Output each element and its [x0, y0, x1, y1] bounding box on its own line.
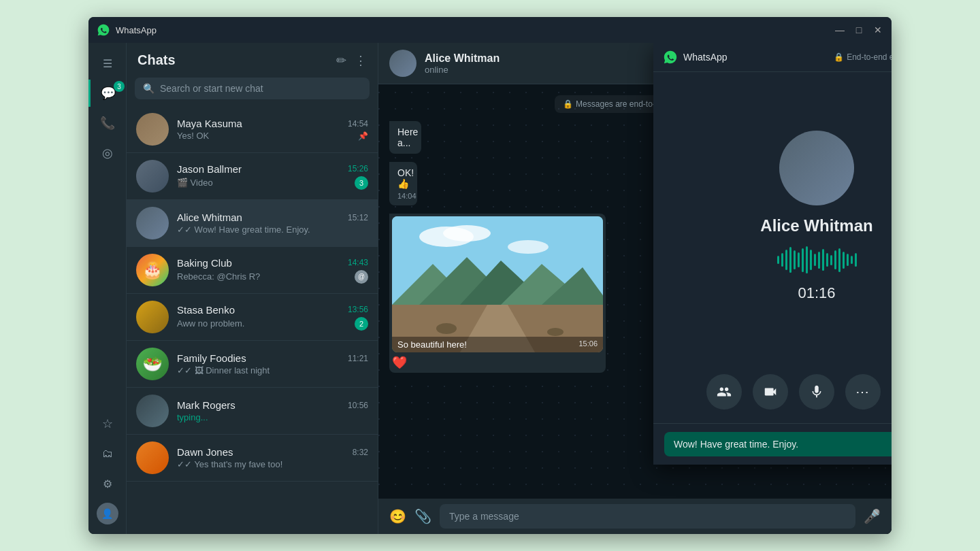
call-popup-logo	[663, 50, 678, 65]
lock-icon: 🔒	[563, 99, 573, 109]
svg-point-12	[547, 328, 564, 336]
app-logo	[97, 23, 110, 37]
list-item[interactable]: Jason Ballmer 15:26 🎬 Video 3	[127, 153, 378, 200]
list-item[interactable]: 🥗 Family Foodies 11:21 ✓✓ 🖼 Dinner last …	[127, 341, 378, 388]
message-reaction: ❤️	[392, 355, 603, 370]
search-bar: 🔍	[127, 73, 378, 106]
chat-list-title: Chats	[137, 52, 176, 68]
chat-preview: typing...	[177, 412, 208, 422]
search-input[interactable]	[160, 83, 361, 94]
message-input[interactable]	[440, 504, 855, 529]
attach-icon[interactable]: 📎	[414, 508, 431, 524]
sidebar-item-starred[interactable]: ☆	[94, 410, 121, 437]
chat-time: 14:54	[348, 119, 368, 129]
avatar	[136, 301, 169, 333]
list-item[interactable]: 🎂 Baking Club 14:43 Rebecca: @Chris R? @	[127, 247, 378, 294]
chat-name: Baking Club	[177, 257, 232, 269]
lock-icon: 🔒	[834, 52, 844, 62]
chat-name: Family Foodies	[177, 352, 246, 364]
chat-preview-row: 🎬 Video 3	[177, 176, 368, 190]
chat-name: Jason Ballmer	[177, 163, 242, 175]
chat-preview-row: Rebecca: @Chris R? @	[177, 270, 368, 284]
chat-info: Dawn Jones 8:32 ✓✓ Yes that's my fave to…	[177, 446, 368, 469]
message-text: OK! 👍	[397, 167, 414, 189]
list-item[interactable]: Mark Rogers 10:56 typing...	[127, 388, 378, 435]
minimize-button[interactable]: —	[834, 24, 845, 35]
chat-preview-row: ✓✓ Yes that's my fave too!	[177, 459, 368, 469]
chat-name: Mark Rogers	[177, 399, 235, 411]
chat-name-row: Alice Whitman 15:12	[177, 212, 368, 223]
chat-name-row: Family Foodies 11:21	[177, 352, 368, 364]
chat-list-actions: ✏ ⋮	[336, 53, 367, 68]
sidebar-item-chats[interactable]: 💬 3	[88, 80, 126, 107]
filter-button[interactable]: ⋮	[355, 53, 367, 68]
emoji-icon[interactable]: 😊	[389, 508, 406, 524]
call-waveform	[777, 246, 857, 273]
avatar	[136, 395, 169, 427]
caption-text: So beautiful here!	[397, 339, 467, 350]
chat-list: Maya Kasuma 14:54 Yes! OK 📌 Jas	[127, 106, 378, 534]
mention-badge: @	[355, 270, 368, 284]
chat-preview: ✓✓ 🖼 Dinner last night	[177, 365, 270, 375]
chat-time: 11:21	[348, 354, 368, 363]
chat-preview-row: ✓✓ Wow! Have great time. Enjoy.	[177, 224, 368, 235]
call-timer: 01:16	[798, 284, 835, 302]
chat-info: Alice Whitman 15:12 ✓✓ Wow! Have great t…	[177, 212, 368, 235]
pin-icon: 📌	[358, 131, 368, 141]
list-item[interactable]: Maya Kasuma 14:54 Yes! OK 📌	[127, 106, 378, 153]
chat-time: 14:43	[348, 258, 368, 267]
call-popup-encryption: 🔒 End-to-end encrypted	[834, 52, 892, 62]
more-btn[interactable]: ⋯	[845, 374, 881, 410]
call-popup-body: Alice Whitman 01:16	[653, 72, 892, 361]
sidebar: ☰ 💬 3 📞 ◎ ☆ 🗂 ⚙ 👤	[88, 43, 127, 534]
message-image: So beautiful here! 15:06	[392, 216, 603, 352]
message-bubble: Here a...	[389, 121, 421, 154]
close-button[interactable]: ✕	[872, 24, 883, 35]
mute-btn[interactable]	[799, 374, 834, 410]
chat-name-row: Stasa Benko 13:56	[177, 304, 368, 316]
call-popup: WhatsApp 🔒 End-to-end encrypted — □ ✕ Al…	[653, 43, 892, 465]
chat-preview: Yes! OK	[177, 131, 209, 141]
sidebar-item-archive[interactable]: 🗂	[94, 440, 121, 467]
sidebar-item-settings[interactable]: ⚙	[94, 470, 121, 497]
sidebar-item-profile[interactable]: 👤	[94, 500, 121, 527]
sidebar-item-status[interactable]: ◎	[94, 139, 121, 167]
chat-name-row: Jason Ballmer 15:26	[177, 163, 368, 175]
list-item[interactable]: Alice Whitman 15:12 ✓✓ Wow! Have great t…	[127, 200, 378, 247]
chat-info: Jason Ballmer 15:26 🎬 Video 3	[177, 163, 368, 190]
list-item[interactable]: Stasa Benko 13:56 Aww no problem. 2	[127, 294, 378, 341]
chat-input-bar: 😊 📎 🎤	[378, 499, 892, 534]
voice-message-icon[interactable]: 🎤	[864, 508, 881, 524]
avatar	[136, 160, 169, 193]
chat-preview: 🎬 Video	[177, 178, 213, 188]
call-actions: ⋯	[653, 361, 892, 423]
search-icon: 🔍	[143, 83, 154, 94]
image-caption: So beautiful here! 15:06	[392, 337, 603, 352]
avatar	[136, 113, 169, 146]
video-btn[interactable]	[753, 374, 788, 410]
chat-preview: ✓✓ Wow! Have great time. Enjoy.	[177, 224, 310, 235]
chat-name: Stasa Benko	[177, 304, 235, 316]
chat-preview-row: Aww no problem. 2	[177, 317, 368, 331]
chat-info: Maya Kasuma 14:54 Yes! OK 📌	[177, 118, 368, 141]
message-text: Here a...	[397, 127, 418, 148]
sidebar-item-menu[interactable]: ☰	[94, 50, 121, 77]
chat-time: 15:26	[348, 164, 368, 173]
message-bubble: So beautiful here! 15:06 ❤️	[389, 214, 606, 373]
message-time: 14:04	[397, 192, 409, 200]
list-item[interactable]: Dawn Jones 8:32 ✓✓ Yes that's my fave to…	[127, 435, 378, 482]
chat-preview: Rebecca: @Chris R?	[177, 271, 260, 282]
chat-preview-row: ✓✓ 🖼 Dinner last night	[177, 365, 368, 375]
chat-header-avatar[interactable]	[389, 50, 416, 77]
chat-time: 8:32	[353, 448, 368, 457]
call-contact-name: Alice Whitman	[760, 216, 872, 235]
maximize-button[interactable]: □	[853, 24, 864, 35]
chat-preview-row: Yes! OK 📌	[177, 131, 368, 141]
add-person-btn[interactable]	[706, 374, 742, 410]
chat-name: Maya Kasuma	[177, 118, 242, 129]
call-popup-app-name: WhatsApp	[683, 52, 834, 63]
sidebar-item-calls[interactable]: 📞	[94, 110, 121, 137]
new-chat-button[interactable]: ✏	[336, 53, 346, 68]
chat-info: Mark Rogers 10:56 typing...	[177, 399, 368, 422]
call-message-bubble: Wow! Have great time. Enjoy. 15:12 ✓✓	[664, 432, 892, 456]
